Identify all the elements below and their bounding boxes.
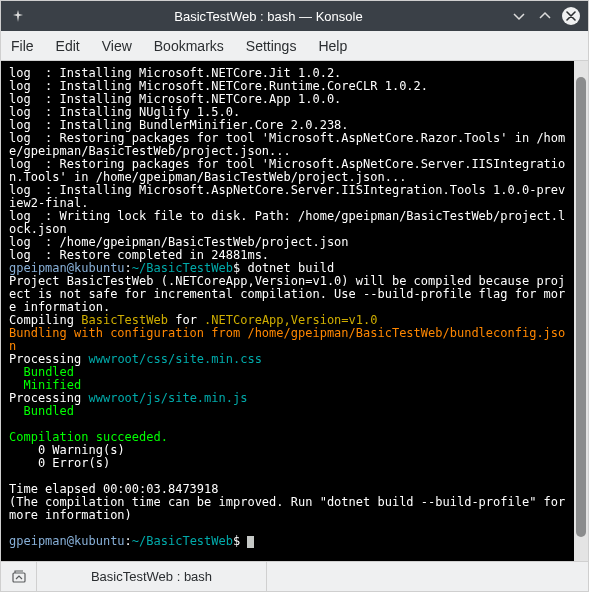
new-tab-button[interactable] — [1, 562, 37, 591]
scrollbar[interactable] — [574, 61, 588, 561]
cursor — [247, 536, 254, 548]
pin-icon[interactable] — [9, 10, 27, 22]
tab-active[interactable]: BasicTestWeb : bash — [37, 562, 267, 591]
konsole-window: BasicTestWeb : bash — Konsole File Edit … — [0, 0, 589, 592]
svg-rect-0 — [13, 573, 25, 582]
minimize-button[interactable] — [510, 7, 528, 25]
menu-settings[interactable]: Settings — [246, 38, 297, 54]
menubar: File Edit View Bookmarks Settings Help — [1, 31, 588, 61]
scrollbar-thumb[interactable] — [576, 77, 586, 537]
menu-edit[interactable]: Edit — [56, 38, 80, 54]
window-title: BasicTestWeb : bash — Konsole — [27, 9, 510, 24]
terminal-wrap: log : Installing Microsoft.NETCore.Jit 1… — [1, 61, 588, 561]
menu-help[interactable]: Help — [318, 38, 347, 54]
close-button[interactable] — [562, 7, 580, 25]
menu-file[interactable]: File — [11, 38, 34, 54]
menu-view[interactable]: View — [102, 38, 132, 54]
tabbar: BasicTestWeb : bash — [1, 561, 588, 591]
window-buttons — [510, 7, 580, 25]
terminal[interactable]: log : Installing Microsoft.NETCore.Jit 1… — [1, 61, 574, 561]
menu-bookmarks[interactable]: Bookmarks — [154, 38, 224, 54]
titlebar[interactable]: BasicTestWeb : bash — Konsole — [1, 1, 588, 31]
maximize-button[interactable] — [536, 7, 554, 25]
